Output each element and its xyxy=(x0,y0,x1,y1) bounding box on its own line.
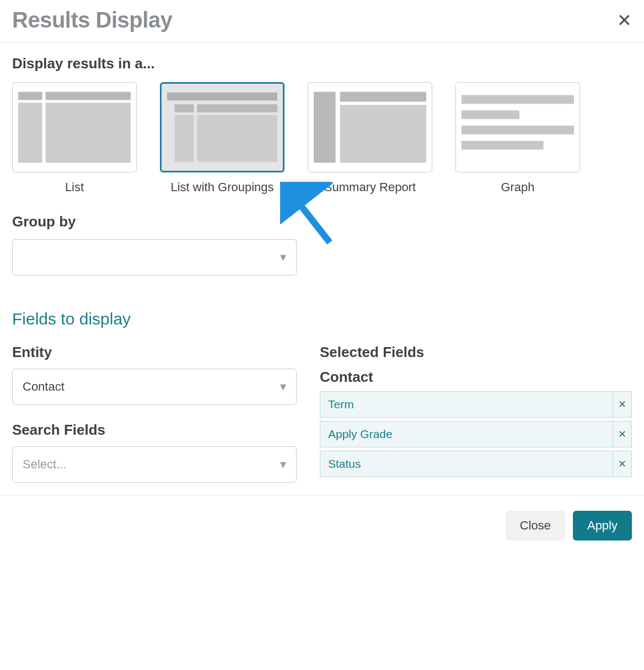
group-by-select[interactable]: ▾ xyxy=(12,239,297,275)
caret-down-icon: ▾ xyxy=(280,380,286,394)
close-button[interactable]: Close xyxy=(506,511,565,541)
caret-down-icon: ▾ xyxy=(280,250,286,264)
selected-fields-group: Contact xyxy=(320,369,632,386)
svg-rect-8 xyxy=(197,115,277,162)
caret-down-icon: ▾ xyxy=(280,457,286,472)
entity-value: Contact xyxy=(23,380,65,394)
option-list-groupings[interactable] xyxy=(160,82,285,172)
selected-fields-label: Selected Fields xyxy=(320,344,632,361)
group-by-label: Group by xyxy=(12,213,632,230)
option-graph-label: Graph xyxy=(455,180,580,194)
option-list-label: List xyxy=(12,180,137,194)
svg-rect-7 xyxy=(175,115,194,162)
close-icon[interactable]: ✕ xyxy=(617,12,632,29)
chip-text: Apply Grade xyxy=(320,428,400,441)
svg-rect-0 xyxy=(18,92,42,100)
svg-rect-4 xyxy=(167,93,277,101)
option-summary-label: Summary Report xyxy=(308,180,432,194)
search-fields-select[interactable]: Select... ▾ xyxy=(12,446,297,483)
entity-label: Entity xyxy=(12,344,297,361)
svg-rect-13 xyxy=(461,110,519,119)
svg-rect-1 xyxy=(46,92,131,100)
modal-title: Results Display xyxy=(12,8,172,33)
fields-to-display-heading: Fields to display xyxy=(12,310,632,328)
chip-text: Status xyxy=(320,457,369,471)
selected-field-chip[interactable]: Apply Grade ✕ xyxy=(320,421,632,447)
chip-text: Term xyxy=(320,398,362,411)
search-fields-label: Search Fields xyxy=(12,422,297,439)
option-graph[interactable] xyxy=(455,82,580,172)
selected-field-chip[interactable]: Status ✕ xyxy=(320,451,632,477)
svg-rect-3 xyxy=(46,102,131,163)
remove-chip-icon[interactable]: ✕ xyxy=(613,422,631,447)
svg-rect-5 xyxy=(175,104,194,112)
remove-chip-icon[interactable]: ✕ xyxy=(613,451,631,477)
entity-select[interactable]: Contact ▾ xyxy=(12,369,297,405)
svg-rect-15 xyxy=(461,141,544,150)
display-options: List List with Groupings xyxy=(12,82,632,194)
svg-rect-14 xyxy=(461,126,574,134)
svg-rect-9 xyxy=(314,92,336,163)
svg-rect-2 xyxy=(18,102,42,163)
option-summary-report[interactable] xyxy=(308,82,432,172)
search-fields-placeholder: Select... xyxy=(23,457,66,472)
display-label: Display results in a... xyxy=(12,55,632,72)
apply-button[interactable]: Apply xyxy=(573,511,632,541)
svg-rect-12 xyxy=(461,95,574,104)
option-list-groupings-label: List with Groupings xyxy=(160,180,285,194)
selected-field-chip[interactable]: Term ✕ xyxy=(320,391,632,418)
svg-rect-6 xyxy=(197,104,277,112)
svg-rect-11 xyxy=(340,105,426,163)
option-list[interactable] xyxy=(12,82,137,172)
svg-rect-10 xyxy=(340,92,426,102)
remove-chip-icon[interactable]: ✕ xyxy=(613,392,631,417)
